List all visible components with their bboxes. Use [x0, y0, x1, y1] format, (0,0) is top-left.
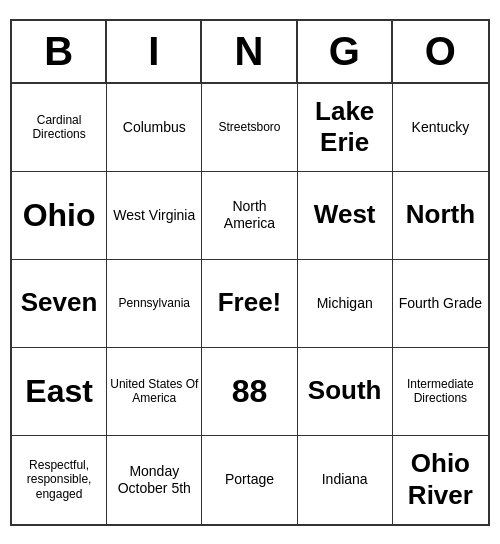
bingo-cell: United States Of America: [107, 348, 202, 436]
bingo-cell: Portage: [202, 436, 297, 524]
bingo-cell: Kentucky: [393, 84, 488, 172]
header-letter: B: [12, 21, 107, 82]
bingo-cell: Lake Erie: [298, 84, 393, 172]
bingo-cell: East: [12, 348, 107, 436]
bingo-cell: Ohio River: [393, 436, 488, 524]
bingo-cell: Cardinal Directions: [12, 84, 107, 172]
bingo-cell: Intermediate Directions: [393, 348, 488, 436]
header-letter: N: [202, 21, 297, 82]
bingo-cell: South: [298, 348, 393, 436]
bingo-cell: Indiana: [298, 436, 393, 524]
bingo-cell: Pennsylvania: [107, 260, 202, 348]
bingo-cell: 88: [202, 348, 297, 436]
header-letter: G: [298, 21, 393, 82]
bingo-cell: Seven: [12, 260, 107, 348]
bingo-cell: North America: [202, 172, 297, 260]
bingo-cell: Michigan: [298, 260, 393, 348]
bingo-grid: Cardinal DirectionsColumbusStreetsboroLa…: [12, 84, 488, 524]
bingo-card: BINGO Cardinal DirectionsColumbusStreets…: [10, 19, 490, 526]
bingo-cell: Streetsboro: [202, 84, 297, 172]
bingo-header: BINGO: [12, 21, 488, 84]
bingo-cell: Fourth Grade: [393, 260, 488, 348]
bingo-cell: Free!: [202, 260, 297, 348]
bingo-cell: North: [393, 172, 488, 260]
bingo-cell: Monday October 5th: [107, 436, 202, 524]
bingo-cell: Ohio: [12, 172, 107, 260]
bingo-cell: Columbus: [107, 84, 202, 172]
bingo-cell: Respectful, responsible, engaged: [12, 436, 107, 524]
header-letter: I: [107, 21, 202, 82]
bingo-cell: West: [298, 172, 393, 260]
bingo-cell: West Virginia: [107, 172, 202, 260]
header-letter: O: [393, 21, 488, 82]
